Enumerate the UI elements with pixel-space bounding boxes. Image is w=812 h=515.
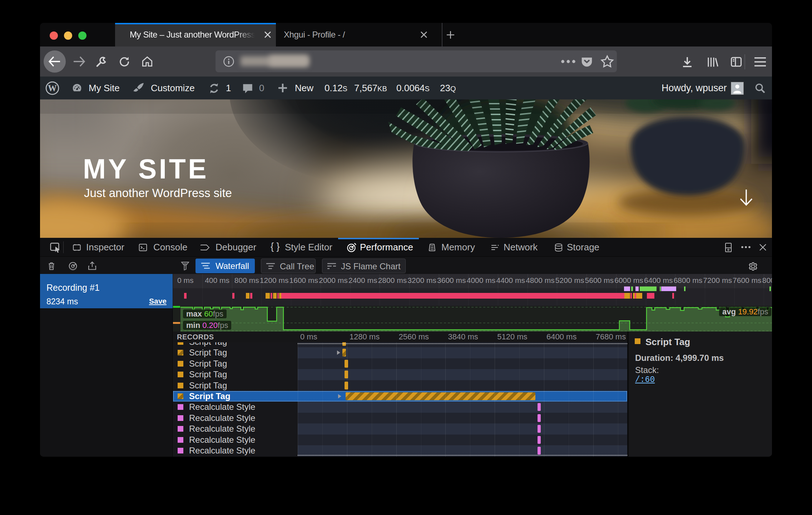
svg-text:W: W <box>48 83 57 93</box>
